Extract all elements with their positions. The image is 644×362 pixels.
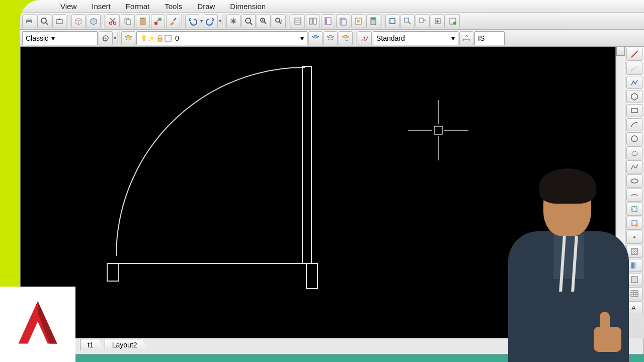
construction-line-button[interactable] <box>626 62 642 75</box>
svg-rect-47 <box>107 263 118 281</box>
preview-button[interactable] <box>37 14 51 28</box>
workspace-label: Classic <box>26 34 48 42</box>
svg-rect-42 <box>158 38 162 41</box>
layout-tabs: t1 Layout2 <box>80 339 149 350</box>
layout-tab-1[interactable]: t1 <box>80 339 105 350</box>
svg-point-14 <box>246 18 251 23</box>
door-symbol-drawing <box>21 47 574 329</box>
dropdown-arrow-icon[interactable]: ▾ <box>200 18 203 24</box>
svg-line-4 <box>46 23 48 25</box>
svg-rect-11 <box>141 18 144 19</box>
separator-icon <box>287 14 290 28</box>
svg-rect-43 <box>165 35 171 41</box>
match-prop-button[interactable] <box>151 14 165 28</box>
menu-tools[interactable]: Tools <box>165 2 182 11</box>
thumbs-up-icon <box>594 307 624 352</box>
zoom-window-button[interactable] <box>257 14 271 28</box>
menu-dimension[interactable]: Dimension <box>230 2 266 11</box>
workspace-settings-button[interactable] <box>99 31 113 45</box>
cut-button[interactable] <box>106 14 120 28</box>
line-tool-button[interactable] <box>626 48 642 61</box>
properties-button[interactable] <box>291 14 305 28</box>
quickcalc-button[interactable] <box>366 14 380 28</box>
svg-line-54 <box>631 51 637 57</box>
chevron-down-icon: ▾ <box>451 34 455 42</box>
sun-icon <box>148 34 156 42</box>
redo-button[interactable] <box>204 14 218 28</box>
svg-rect-1 <box>27 18 31 20</box>
svg-rect-0 <box>26 20 32 23</box>
menu-format[interactable]: Format <box>126 2 150 11</box>
svg-rect-45 <box>302 66 311 263</box>
menu-view[interactable]: View <box>60 2 76 11</box>
undo-button[interactable] <box>185 14 199 28</box>
layer-dropdown[interactable]: 0 ▾ <box>136 31 307 45</box>
svg-rect-22 <box>313 18 316 24</box>
print-button[interactable] <box>22 14 36 28</box>
3d-shade-button[interactable] <box>87 14 101 28</box>
dimstyle-dropdown[interactable]: IS <box>474 31 505 45</box>
svg-rect-2 <box>27 22 31 25</box>
layer-states-button[interactable] <box>308 31 323 45</box>
svg-point-39 <box>142 35 146 39</box>
svg-rect-9 <box>126 20 130 25</box>
block-edit-button[interactable] <box>400 14 415 28</box>
dropdown-arrow-icon[interactable]: ▾ <box>114 35 116 41</box>
dimstyle-label: IS <box>478 34 485 42</box>
arc-tool-button[interactable] <box>626 118 642 131</box>
svg-text:A: A <box>361 35 366 42</box>
markup-button[interactable] <box>351 14 365 28</box>
chevron-down-icon: ▾ <box>51 34 55 42</box>
menu-draw[interactable]: Draw <box>197 2 215 11</box>
svg-rect-31 <box>390 19 395 24</box>
svg-rect-12 <box>154 22 157 25</box>
svg-line-55 <box>631 66 638 71</box>
standard-toolbar: ▾ ▾ <box>20 13 644 30</box>
publish-button[interactable] <box>52 14 66 28</box>
layer-name-label: 0 <box>175 34 179 42</box>
svg-rect-5 <box>56 20 62 24</box>
layout-tab-2[interactable]: Layout2 <box>105 339 149 350</box>
presenter-photo <box>498 161 639 362</box>
svg-rect-30 <box>371 18 375 20</box>
tool-palettes-button[interactable] <box>321 14 335 28</box>
color-swatch-icon <box>164 34 172 42</box>
block-insert-button[interactable] <box>431 14 445 28</box>
textstyle-dropdown[interactable]: Standard ▾ <box>373 31 458 45</box>
polyline-tool-button[interactable] <box>626 76 642 89</box>
pan-button[interactable] <box>226 14 240 28</box>
revision-cloud-button[interactable] <box>626 146 642 159</box>
autocad-logo <box>0 287 75 362</box>
layer-prev-button[interactable] <box>339 31 353 45</box>
polygon-tool-button[interactable] <box>626 90 642 103</box>
circle-tool-button[interactable] <box>626 132 642 145</box>
svg-point-38 <box>105 37 107 39</box>
svg-point-57 <box>631 136 637 142</box>
workspace-dropdown[interactable]: Classic ▾ <box>22 31 98 45</box>
zoom-previous-button[interactable] <box>272 14 286 28</box>
rectangle-tool-button[interactable] <box>626 104 642 117</box>
dimstyle-icon-button[interactable] <box>459 31 473 45</box>
paintbrush-button[interactable] <box>166 14 180 28</box>
design-center-button[interactable] <box>306 14 320 28</box>
scroll-up-button[interactable] <box>616 47 625 56</box>
separator-icon <box>117 31 120 45</box>
svg-rect-24 <box>325 18 327 25</box>
attach-button[interactable] <box>446 14 460 28</box>
menu-insert[interactable]: Insert <box>92 2 111 11</box>
zoom-realtime-button[interactable] <box>242 14 256 28</box>
separator-icon <box>102 14 105 28</box>
textstyle-icon-button[interactable]: A <box>358 31 372 45</box>
dropdown-arrow-icon[interactable]: ▾ <box>219 18 221 24</box>
3d-box-button[interactable] <box>71 14 86 28</box>
block-button[interactable] <box>385 14 399 28</box>
sheet-set-button[interactable] <box>336 14 350 28</box>
copy-button[interactable] <box>121 14 135 28</box>
layer-iso-button[interactable] <box>324 31 338 45</box>
layer-props-button[interactable] <box>121 31 135 45</box>
svg-point-17 <box>276 18 280 22</box>
separator-icon <box>181 14 184 28</box>
xref-button[interactable] <box>416 14 430 28</box>
svg-point-36 <box>453 22 456 25</box>
paste-button[interactable] <box>136 14 150 28</box>
